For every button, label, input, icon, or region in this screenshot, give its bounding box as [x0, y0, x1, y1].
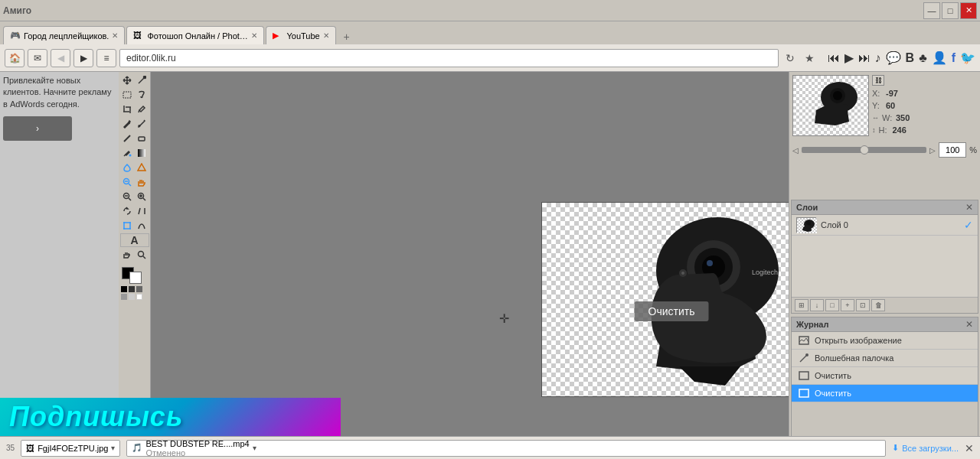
tool-hand[interactable] [135, 175, 149, 189]
tool-gradient[interactable] [135, 146, 149, 160]
swatch-silver[interactable] [129, 294, 135, 300]
music-icon[interactable]: ♪ [875, 51, 881, 65]
tool-triangle[interactable] [135, 161, 149, 174]
club-icon[interactable]: ♣ [919, 51, 927, 65]
journal-item-1[interactable]: Открыть изображение [792, 332, 978, 350]
close-button[interactable]: ✕ [960, 2, 977, 19]
tool-zoom-minus[interactable] [120, 175, 134, 189]
tool-move[interactable] [120, 73, 134, 87]
window-controls: — □ ✕ [923, 2, 977, 19]
journal-text-1: Открыть изображение [815, 336, 902, 345]
tool-path[interactable] [135, 219, 149, 233]
layer-tool-merge[interactable]: ⊡ [856, 299, 870, 311]
preview-controls: ⛓ X: -97 Y: 60 ↔ W: 350 [872, 75, 977, 136]
status-file-name: FgjI4FOEzTPU.jpg [38, 444, 108, 453]
zoom-row: ◁ ▷ 100 % [792, 142, 977, 158]
layer-item-0[interactable]: Слой 0 ✓ [792, 215, 978, 236]
layers-panel-close[interactable]: ✕ [965, 202, 973, 213]
tool-hand-2[interactable] [120, 248, 134, 262]
svg-point-24 [123, 222, 125, 223]
svg-point-25 [129, 222, 131, 223]
status-video-dropdown[interactable]: ▾ [253, 444, 256, 452]
maximize-button[interactable]: □ [942, 2, 959, 19]
tool-lasso[interactable] [135, 88, 149, 102]
chat-icon[interactable]: 💬 [886, 50, 901, 65]
bold-icon[interactable]: B [906, 51, 915, 65]
clear-icon-1 [798, 369, 810, 382]
more-button[interactable]: ≡ [96, 49, 116, 67]
user-icon[interactable]: 👤 [932, 50, 947, 65]
w-label: W: [882, 113, 894, 122]
zoom-slider-thumb[interactable] [860, 145, 869, 155]
tool-line[interactable] [120, 132, 134, 145]
layer-visibility-check[interactable]: ✓ [964, 219, 973, 231]
svg-rect-9 [139, 137, 145, 141]
layer-tool-copy[interactable]: □ [825, 299, 839, 311]
next-media-button[interactable]: ⏭ [858, 51, 871, 65]
journal-item-4[interactable]: Очистить [792, 385, 978, 402]
swatch-white[interactable] [136, 294, 142, 300]
layer-name: Слой 0 [821, 220, 959, 230]
tool-transform[interactable] [120, 219, 134, 233]
tool-eyedropper[interactable] [135, 103, 149, 116]
size-w-row: ↔ W: 350 [872, 113, 977, 122]
tool-magnify[interactable] [135, 248, 149, 262]
bookmark-button[interactable]: ★ [802, 50, 818, 67]
tool-select-rect[interactable] [120, 88, 134, 102]
new-tab-button[interactable]: + [338, 29, 356, 44]
layer-tool-delete[interactable]: 🗑 [871, 299, 885, 311]
swatch-lightgray[interactable] [121, 294, 127, 300]
tool-water[interactable] [120, 161, 134, 174]
layers-empty-area [792, 236, 978, 297]
play-media-button[interactable]: ▶ [844, 50, 854, 65]
tab-3-close[interactable]: ✕ [323, 31, 329, 40]
zoom-slider[interactable] [802, 147, 926, 153]
tool-paint-bucket[interactable] [120, 146, 134, 160]
tool-skew[interactable] [135, 204, 149, 218]
tool-wand[interactable] [135, 73, 149, 87]
tab-1[interactable]: 🎮 Город лецплейщиков. ✕ [3, 26, 125, 44]
tool-text[interactable]: A [120, 233, 149, 247]
tool-rotate[interactable] [120, 204, 134, 218]
downloads-button[interactable]: ⬇ Все загрузки... [892, 443, 959, 453]
address-bar[interactable]: editor.0lik.ru [119, 49, 779, 67]
tool-zoom-minus-2[interactable] [120, 190, 134, 203]
swatch-gray[interactable] [136, 286, 142, 292]
tool-eraser[interactable] [135, 132, 149, 145]
layer-tool-add[interactable]: + [841, 299, 854, 311]
tool-crop[interactable] [120, 103, 134, 116]
journal-item-3[interactable]: Очистить [792, 367, 978, 385]
swatch-dark[interactable] [129, 286, 135, 292]
ad-button[interactable]: › [3, 116, 72, 141]
refresh-button[interactable]: ↻ [782, 50, 799, 67]
swatch-black[interactable] [121, 286, 127, 292]
layer-tool-grid[interactable]: ⊞ [795, 299, 808, 311]
background-color[interactable] [129, 272, 142, 284]
home-button[interactable]: 🏠 [5, 49, 24, 67]
tool-zoom-plus[interactable] [135, 190, 149, 203]
pattern-swatches [120, 285, 149, 301]
forward-button[interactable]: ▶ [74, 49, 93, 67]
canvas-clear-button[interactable]: Очистить [635, 301, 709, 321]
svg-line-29 [143, 256, 145, 259]
prev-media-button[interactable]: ⏮ [828, 51, 840, 65]
status-file-dropdown[interactable]: ▾ [111, 444, 115, 452]
journal-panel-close[interactable]: ✕ [965, 319, 973, 330]
tab-1-close[interactable]: ✕ [112, 31, 118, 40]
twitter-icon[interactable]: 🐦 [960, 50, 975, 65]
link-layers-icon[interactable]: ⛓ [872, 75, 884, 86]
back-button[interactable]: ◀ [51, 49, 70, 67]
tab-2-close[interactable]: ✕ [251, 31, 257, 40]
layer-tool-down[interactable]: ↓ [810, 299, 824, 311]
tab-2[interactable]: 🖼 Фотошоп Онлайн / Photos ✕ [126, 26, 264, 44]
minimize-button[interactable]: — [923, 2, 940, 19]
journal-item-2[interactable]: Волшебная палочка [792, 350, 978, 367]
tab-3[interactable]: ▶ YouTube ✕ [266, 26, 335, 44]
tool-brush[interactable] [135, 117, 149, 131]
file-icon: 🖼 [26, 444, 34, 453]
clear-icon-2 [798, 387, 810, 399]
email-button[interactable]: ✉ [28, 49, 47, 67]
facebook-icon[interactable]: f [952, 51, 956, 65]
status-close-button[interactable]: ✕ [965, 442, 974, 454]
tool-pencil[interactable] [120, 117, 134, 131]
